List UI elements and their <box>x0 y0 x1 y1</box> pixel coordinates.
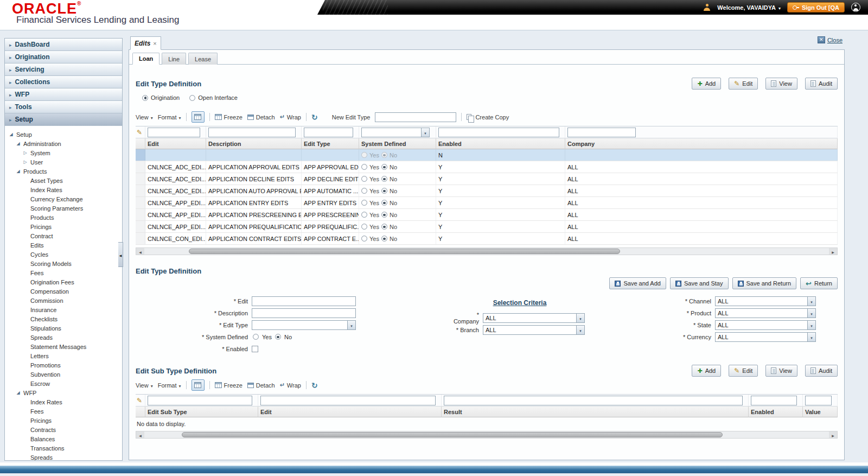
origination-radio[interactable] <box>142 95 148 101</box>
system-defined-yes-radio[interactable] <box>361 224 367 230</box>
scrollbar-track[interactable] <box>144 431 829 438</box>
filter-system-defined-select[interactable] <box>361 128 430 137</box>
system-defined-no-radio[interactable] <box>381 176 387 182</box>
expand-icon[interactable] <box>22 150 28 155</box>
tree-item-user[interactable]: User <box>6 157 121 167</box>
tree-item-edits[interactable]: Edits <box>6 240 121 250</box>
tree-item-scoring-parameters[interactable]: Scoring Parameters <box>6 204 121 213</box>
system-defined-yes-radio[interactable] <box>361 164 367 170</box>
tree-item-stipulations[interactable]: Stipulations <box>6 323 121 333</box>
freeze-button[interactable]: Freeze <box>215 382 242 389</box>
scrollbar-thumb[interactable] <box>189 249 620 254</box>
wrap-button[interactable]: Wrap <box>280 382 301 389</box>
origination-radio-option[interactable]: Origination <box>142 94 180 101</box>
filter-result-input[interactable] <box>444 396 743 405</box>
system-defined-no-radio[interactable] <box>275 334 281 340</box>
scrollbar-thumb[interactable] <box>182 432 723 437</box>
refresh-button[interactable] <box>311 381 318 390</box>
wrap-button[interactable]: Wrap <box>280 113 301 120</box>
tree-item-letters[interactable]: Letters <box>6 351 121 360</box>
table-row[interactable]: CNLNCE_ADC_EDI... APPLICATION APPROVAL E… <box>136 161 838 173</box>
table-row[interactable]: CNLNCE_APP_EDI... APPLICATION PREQUALIFI… <box>136 221 838 233</box>
scrollbar-track[interactable] <box>144 248 829 255</box>
freeze-button[interactable]: Freeze <box>215 114 242 120</box>
table-row[interactable]: CNLNCE_ADC_EDI... APPLICATION AUTO APPRO… <box>136 185 838 197</box>
save-and-add-button[interactable]: Save and Add <box>609 277 666 289</box>
filter-value-input[interactable] <box>805 396 832 405</box>
edit-type-table-hscrollbar[interactable] <box>136 247 838 255</box>
tab-close-icon[interactable] <box>153 40 156 47</box>
column-header-system-defined[interactable]: System Defined <box>359 138 436 149</box>
scroll-right-arrow[interactable] <box>829 248 837 255</box>
tree-item-cycles[interactable]: Cycles <box>6 250 121 259</box>
subtab-line[interactable]: Line <box>162 53 186 65</box>
format-menu[interactable]: Format <box>158 382 181 389</box>
open-interface-radio[interactable] <box>189 95 195 101</box>
tree-item-fees[interactable]: Fees <box>6 268 121 277</box>
sidebar-item-dashboard[interactable]: DashBoard <box>5 39 122 51</box>
subtype-add-button[interactable]: Add <box>692 365 721 377</box>
tree-item-scoring-models[interactable]: Scoring Models <box>6 259 121 268</box>
tab-edits[interactable]: Edits <box>130 36 161 50</box>
company-select[interactable]: ALL <box>483 313 585 323</box>
table-row[interactable]: CNLNCE_ADC_EDI... APPLICATION DECLINE ED… <box>136 173 838 185</box>
system-defined-yes-radio[interactable] <box>361 212 367 218</box>
tree-item-spreads[interactable]: Spreads <box>6 333 121 342</box>
system-defined-no-radio[interactable] <box>381 236 387 242</box>
subtype-view-button[interactable]: View <box>765 365 797 377</box>
edit-field-input[interactable] <box>252 296 356 306</box>
column-header-edit[interactable]: Edit <box>258 407 442 417</box>
column-header-edit-sub-type[interactable]: Edit Sub Type <box>145 407 258 417</box>
row-selector[interactable] <box>136 185 145 196</box>
row-selector[interactable] <box>136 149 145 161</box>
row-selector[interactable] <box>136 197 145 208</box>
sidebar-item-wfp[interactable]: WFP <box>5 88 122 101</box>
tree-item-system[interactable]: System <box>6 148 121 157</box>
row-selector[interactable] <box>136 173 145 185</box>
tree-item-statement-messages[interactable]: Statement Messages <box>6 342 121 351</box>
subtype-edit-button[interactable]: Edit <box>729 365 758 377</box>
audit-button[interactable]: Audit <box>805 78 838 90</box>
tree-item-asset-types[interactable]: Asset Types <box>6 176 121 185</box>
tree-item-products[interactable]: Products <box>6 213 121 222</box>
query-by-example-button[interactable] <box>192 111 205 123</box>
system-defined-yes-radio[interactable] <box>361 236 367 242</box>
scroll-left-arrow[interactable] <box>136 431 144 438</box>
new-edit-type-input[interactable] <box>375 112 456 122</box>
row-selector[interactable] <box>136 233 145 244</box>
row-selector[interactable] <box>136 161 145 173</box>
table-row[interactable]: CNLNCE_APP_EDI... APPLICATION ENTRY EDIT… <box>136 197 838 209</box>
edit-subtype-table-hscrollbar[interactable] <box>136 431 838 439</box>
open-interface-radio-option[interactable]: Open Interface <box>189 94 238 101</box>
tree-item-index-rates[interactable]: Index Rates <box>6 397 121 407</box>
sidebar-item-setup[interactable]: Setup <box>5 113 122 126</box>
table-row[interactable]: CNLNCE_CON_EDI... APPLICATION CONTRACT E… <box>136 233 838 245</box>
tree-item-insurance[interactable]: Insurance <box>6 305 121 314</box>
tree-item-administration[interactable]: Administration <box>6 139 121 148</box>
tree-item-contract[interactable]: Contract <box>6 231 121 240</box>
column-header-enabled[interactable]: Enabled <box>436 138 565 149</box>
column-header-company[interactable]: Company <box>565 138 838 149</box>
system-defined-no-radio[interactable] <box>381 188 387 194</box>
refresh-button[interactable] <box>311 113 318 122</box>
expand-icon[interactable] <box>22 160 28 164</box>
scroll-left-arrow[interactable] <box>136 248 144 255</box>
tree-item-origination-fees[interactable]: Origination Fees <box>6 277 121 287</box>
row-selector[interactable] <box>136 209 145 220</box>
collapse-icon[interactable] <box>15 141 21 146</box>
tree-item-wfp[interactable]: WFP <box>6 388 121 397</box>
product-select[interactable]: ALL <box>715 308 816 318</box>
system-defined-yes-radio[interactable] <box>361 200 367 206</box>
system-defined-no-radio[interactable] <box>381 224 387 230</box>
tree-item-fees[interactable]: Fees <box>6 407 121 416</box>
sidebar-item-origination[interactable]: Origination <box>5 51 122 64</box>
column-header-description[interactable]: Description <box>206 138 302 149</box>
filter-company-input[interactable] <box>567 128 636 137</box>
subtab-lease[interactable]: Lease <box>188 53 218 65</box>
close-button[interactable]: Close <box>818 36 843 43</box>
view-menu[interactable]: View <box>136 114 153 120</box>
tree-item-promotions[interactable]: Promotions <box>6 360 121 370</box>
filter-enabled-input[interactable] <box>438 128 559 137</box>
tree-item-commission[interactable]: Commission <box>6 296 121 305</box>
channel-select[interactable]: ALL <box>715 296 816 306</box>
